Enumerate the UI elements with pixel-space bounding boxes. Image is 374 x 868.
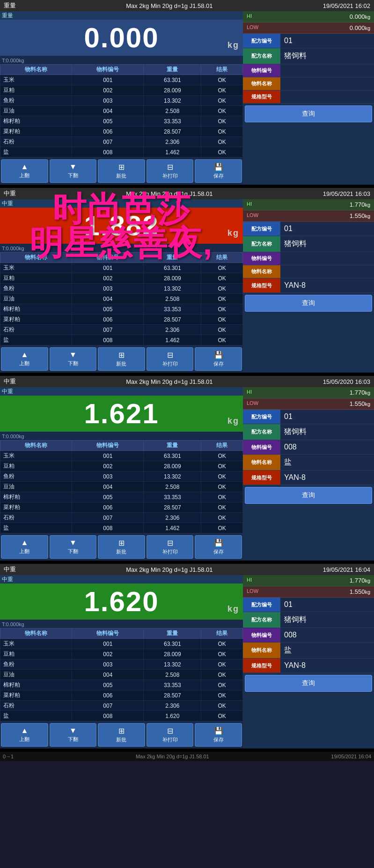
col-header: 重量 (144, 441, 201, 451)
right-section-2: HI 1.770kg LOW 1.550kg 配方编号 01 配方名称 猪饲料 (243, 387, 374, 561)
top-bar-2: 中重 Max 2kg Min 20g d=1g J1.58.01 15/05/2… (0, 376, 374, 387)
btn-label-3-0: 补打印 (162, 172, 178, 180)
spec-value-3: YAN-8 (280, 658, 374, 673)
topbar-right-3: 19/05/2021 16:04 (323, 566, 370, 573)
action-btn-保存-3[interactable]: 💾 保存 (195, 723, 242, 747)
query-button-1[interactable]: 查询 (245, 295, 372, 312)
table-cell-3: OK (201, 513, 243, 523)
table-cell-2: 33.353 (144, 680, 201, 690)
panel-1: 中重 Max 2kg Min 20g d=1g J1.58.01 19/05/2… (0, 188, 374, 374)
action-btn-下翻-1[interactable]: ▼ 下翻 (50, 347, 97, 371)
action-btn-上翻-0[interactable]: ▲ 上翻 (1, 159, 48, 183)
query-button-0[interactable]: 查询 (245, 105, 372, 122)
query-button-2[interactable]: 查询 (245, 487, 372, 504)
action-btn-新批-3[interactable]: ⊞ 新批 (98, 723, 145, 747)
low-label-0: LOW (247, 24, 258, 30)
action-btn-保存-2[interactable]: 💾 保存 (195, 535, 242, 559)
action-buttons-3: ▲ 上翻 ▼ 下翻 ⊞ 新批 (0, 721, 243, 748)
col-header: 物料编号 (72, 441, 144, 451)
btn-label-0-0: 上翻 (19, 172, 29, 179)
table-cell-0: 鱼粉 (0, 284, 72, 294)
col-header: 结果 (201, 253, 243, 263)
topbar-right-1: 19/05/2021 16:03 (323, 190, 370, 197)
left-section-1: 中重 1.882 kg 时尚芭莎 明星慈善夜, T:0.000kg 物料名称物料 (0, 199, 243, 373)
action-btn-补打印-1[interactable]: ⊟ 补打印 (147, 347, 194, 371)
bottom-center: Max 2kg Min 20g d=1g J1.58.01 (136, 754, 209, 759)
table-cell-0: 盐 (0, 711, 72, 721)
formula-name-label-3: 配方名称 (243, 612, 280, 628)
table-cell-1: 003 (72, 471, 144, 482)
table-cell-1: 001 (72, 451, 144, 461)
material-code-value-0 (280, 64, 374, 77)
table-cell-2: 63.301 (144, 451, 201, 461)
table-cell-0: 鱼粉 (0, 471, 72, 482)
table-row: 棉籽粕00533.353OK (0, 680, 243, 690)
weight-unit-3: kg (227, 604, 239, 614)
info-row-material-name-0: 物料名称 (243, 77, 374, 90)
table-cell-2: 63.301 (144, 639, 201, 649)
topbar-left-2: 中重 (4, 377, 16, 386)
table-row: 鱼粉00313.302OK (0, 659, 243, 670)
table-row: 鱼粉00313.302OK (0, 96, 243, 106)
zero-bar-0: T:0.000kg (0, 56, 243, 64)
zero-bar-1: T:0.000kg (0, 244, 243, 252)
action-btn-下翻-2[interactable]: ▼ 下翻 (50, 535, 97, 559)
table-cell-2: 63.301 (144, 75, 201, 85)
action-btn-补打印-0[interactable]: ⊟ 补打印 (147, 159, 194, 183)
material-name-label-0: 物料名称 (243, 77, 280, 90)
table-cell-1: 005 (72, 116, 144, 127)
table-cell-2: 28.507 (144, 314, 201, 325)
table-row: 盐0081.462OK (0, 523, 243, 533)
table-row: 豆油0042.508OK (0, 294, 243, 304)
table-header-row-0: 物料名称物料编号重量结果 (0, 65, 243, 75)
info-row-formula-code-2: 配方编号 01 (243, 410, 374, 424)
table-row: 豆粕00228.009OK (0, 273, 243, 284)
action-btn-下翻-3[interactable]: ▼ 下翻 (50, 723, 97, 747)
action-btn-保存-0[interactable]: 💾 保存 (195, 159, 242, 183)
spec-label-3: 规格型号 (243, 658, 280, 673)
table-cell-1: 002 (72, 461, 144, 471)
action-btn-新批-2[interactable]: ⊞ 新批 (98, 535, 145, 559)
table-header-row-3: 物料名称物料编号重量结果 (0, 629, 243, 639)
table-cell-3: OK (201, 701, 243, 711)
spec-value-2: YAN-8 (280, 471, 374, 485)
btn-icon-0-3: ▲ (21, 726, 28, 735)
table-cell-1: 006 (72, 127, 144, 137)
col-header: 物料名称 (0, 253, 72, 263)
action-btn-新批-0[interactable]: ⊞ 新批 (98, 159, 145, 183)
action-btn-上翻-2[interactable]: ▲ 上翻 (1, 535, 48, 559)
left-section-2: 中重 1.621 kg T:0.000kg 物料名称物料编号重量结果 (0, 387, 243, 561)
action-btn-补打印-3[interactable]: ⊟ 补打印 (147, 723, 194, 747)
action-btn-上翻-3[interactable]: ▲ 上翻 (1, 723, 48, 747)
btn-icon-2-0: ⊞ (118, 163, 125, 172)
table-cell-1: 001 (72, 639, 144, 649)
action-btn-新批-1[interactable]: ⊞ 新批 (98, 347, 145, 371)
formula-name-value-0: 猪饲料 (280, 48, 374, 64)
action-btn-补打印-2[interactable]: ⊟ 补打印 (147, 535, 194, 559)
col-header: 物料名称 (0, 65, 72, 75)
table-cell-1: 008 (72, 335, 144, 345)
material-name-label-2: 物料名称 (243, 455, 280, 470)
col-header: 重量 (144, 629, 201, 639)
btn-label-4-1: 保存 (213, 360, 224, 367)
main-area-2: 中重 1.621 kg T:0.000kg 物料名称物料编号重量结果 (0, 387, 374, 561)
query-button-3[interactable]: 查询 (245, 675, 372, 692)
hi-label-3: HI (247, 577, 252, 583)
action-btn-保存-1[interactable]: 💾 保存 (195, 347, 242, 371)
action-buttons-1: ▲ 上翻 ▼ 下翻 ⊞ 新批 (0, 345, 243, 373)
material-name-value-0 (280, 77, 374, 90)
action-btn-下翻-0[interactable]: ▼ 下翻 (50, 159, 97, 183)
low-value-2: 1.550 (350, 400, 365, 407)
formula-code-label-0: 配方编号 (243, 34, 280, 48)
table-cell-2: 1.462 (144, 147, 201, 157)
left-section-3: 中重 1.620 kg T:0.000kg 物料名称物料编号重量结果 (0, 575, 243, 748)
table-row: 豆油0042.508OK (0, 106, 243, 116)
btn-icon-3-2: ⊟ (167, 539, 173, 547)
btn-icon-2-3: ⊞ (118, 726, 125, 735)
table-cell-0: 豆油 (0, 482, 72, 492)
table-cell-3: OK (201, 523, 243, 533)
hi-display-2: HI 1.770kg (243, 387, 374, 398)
weight-label-2: 中重 (0, 387, 243, 396)
action-btn-上翻-1[interactable]: ▲ 上翻 (1, 347, 48, 371)
table-cell-3: OK (201, 85, 243, 96)
